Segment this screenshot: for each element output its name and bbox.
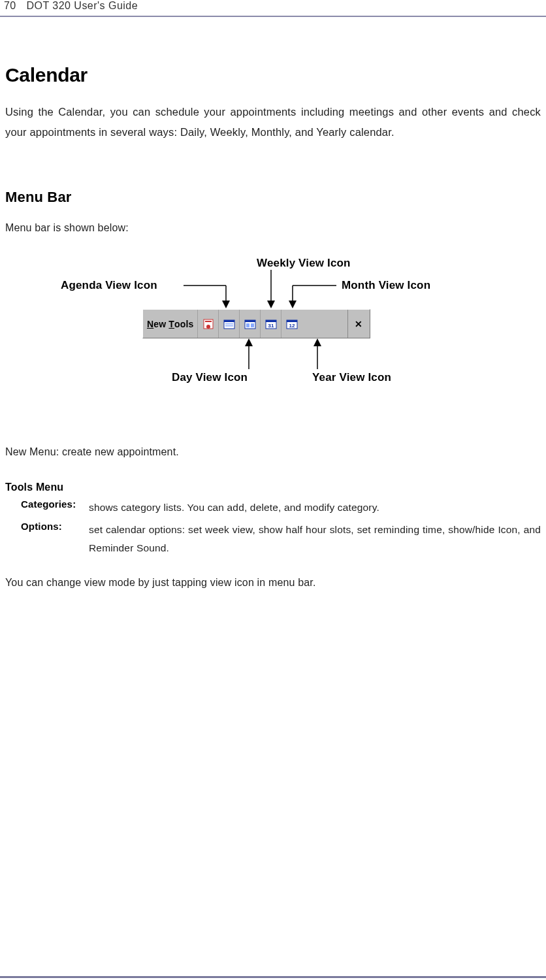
label-month-view: Month View Icon xyxy=(342,279,430,292)
section-intro: Using the Calendar, you can schedule you… xyxy=(5,102,541,143)
section-title: Calendar xyxy=(5,64,541,86)
svg-rect-11 xyxy=(224,320,234,322)
svg-rect-16 xyxy=(246,323,249,327)
menu-new[interactable]: New Tools xyxy=(143,310,197,338)
page-header: 70 DOT 320 User's Guide xyxy=(0,0,546,17)
svg-rect-12 xyxy=(225,323,233,325)
agenda-view-icon[interactable] xyxy=(197,310,218,338)
month-view-icon[interactable]: 31 xyxy=(260,310,281,338)
close-button[interactable]: ✕ xyxy=(347,310,370,338)
tools-desc-options: set calendar options: set week view, sho… xyxy=(89,521,541,557)
day-view-icon[interactable] xyxy=(218,310,239,338)
tools-menu-heading: Tools Menu xyxy=(5,482,541,493)
label-agenda-view: Agenda View Icon xyxy=(61,279,157,292)
svg-text:31: 31 xyxy=(268,323,274,329)
weekly-view-icon[interactable] xyxy=(239,310,260,338)
tools-term-options: Options: xyxy=(21,521,89,557)
menu-tools-rest: ools xyxy=(174,319,193,329)
new-menu-text: New Menu: create new appointment. xyxy=(5,443,541,462)
menubar-diagram: Weekly View Icon Agenda View Icon Month … xyxy=(57,257,489,404)
tools-menu-row: Categories: shows category lists. You ca… xyxy=(21,498,541,517)
page-number: 70 xyxy=(4,0,16,12)
label-weekly-view: Weekly View Icon xyxy=(257,257,351,270)
label-year-view: Year View Icon xyxy=(312,371,391,384)
menu-tools-accel: T xyxy=(169,319,174,329)
toolbar-spacer xyxy=(302,310,347,338)
menu-new-rest: ew xyxy=(153,319,166,329)
label-day-view: Day View Icon xyxy=(172,371,248,384)
doc-title: DOT 320 User's Guide xyxy=(26,0,138,12)
svg-rect-19 xyxy=(266,320,276,322)
tools-term-categories: Categories: xyxy=(21,498,89,517)
menubar-caption: Menu bar is shown below: xyxy=(5,219,541,238)
tools-desc-categories: shows category lists. You can add, delet… xyxy=(89,498,541,517)
page-body: Calendar Using the Calendar, you can sch… xyxy=(0,17,546,589)
menubar-heading: Menu Bar xyxy=(5,189,541,206)
closing-text: You can change view mode by just tapping… xyxy=(5,577,541,589)
menu-new-accel: N xyxy=(147,319,153,329)
svg-rect-22 xyxy=(287,320,297,322)
svg-rect-15 xyxy=(245,320,255,322)
svg-text:12: 12 xyxy=(289,323,295,329)
svg-rect-17 xyxy=(251,323,254,327)
svg-rect-13 xyxy=(225,325,233,327)
year-view-icon[interactable]: 12 xyxy=(281,310,302,338)
svg-rect-9 xyxy=(205,321,212,322)
svg-point-8 xyxy=(206,325,210,329)
close-icon: ✕ xyxy=(355,319,362,329)
menubar-toolbar: New Tools 31 12 ✕ xyxy=(142,309,370,338)
tools-menu-row: Options: set calendar options: set week … xyxy=(21,521,541,557)
